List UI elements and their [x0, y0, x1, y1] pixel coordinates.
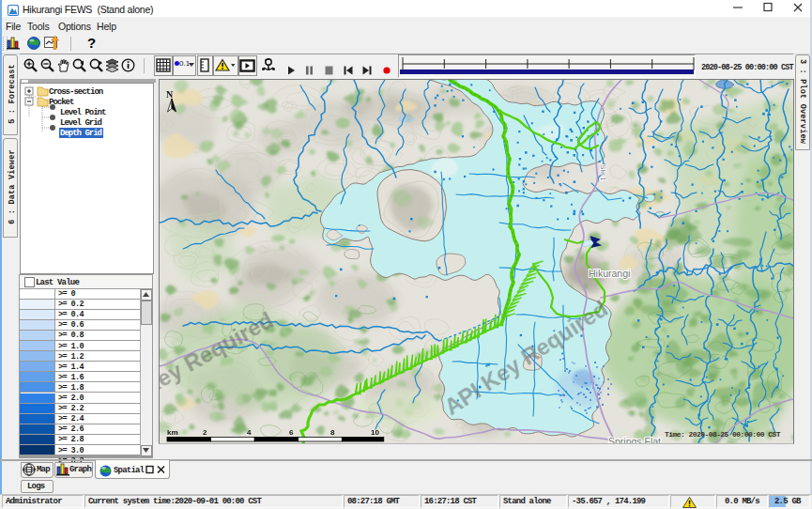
svg-text:Springs Flat: Springs Flat — [608, 436, 661, 443]
svg-text:N: N — [166, 89, 174, 100]
svg-text:Time: 2020-08-25 00:00:00 CST: Time: 2020-08-25 00:00:00 CST — [665, 430, 781, 439]
svg-text:10: 10 — [371, 428, 379, 437]
svg-text:4: 4 — [247, 428, 252, 437]
svg-text:2: 2 — [203, 428, 207, 437]
svg-text:km: km — [167, 428, 178, 437]
svg-text:8: 8 — [330, 428, 335, 437]
svg-text:SH 1: SH 1 — [599, 164, 607, 181]
svg-text:6: 6 — [289, 428, 294, 437]
svg-text:Hikurangi: Hikurangi — [589, 268, 630, 279]
